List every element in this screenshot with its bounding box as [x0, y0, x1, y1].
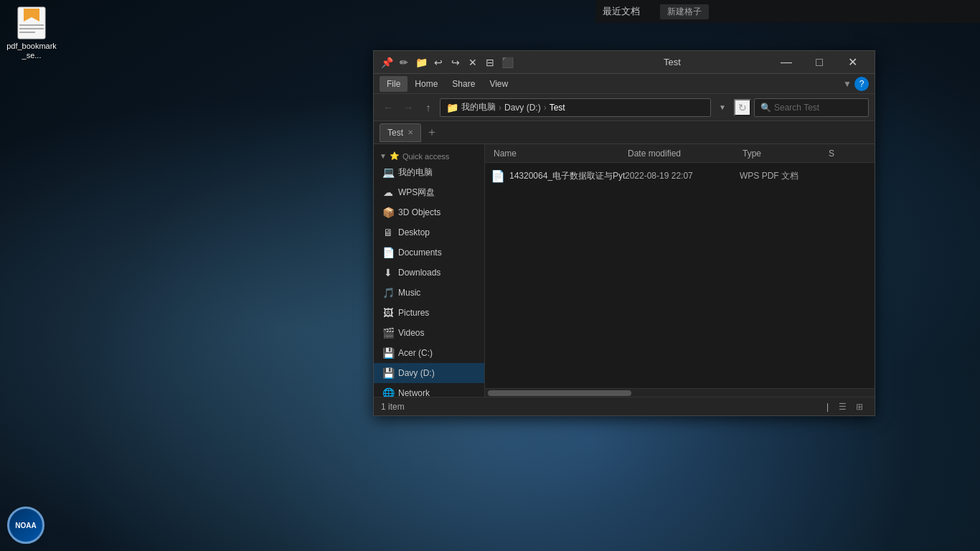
menu-home[interactable]: Home [407, 76, 445, 92]
new-grid-button[interactable]: 新建格子 [660, 4, 709, 19]
col-size-header[interactable]: S [826, 149, 869, 159]
sidebar-item-network[interactable]: 🌐 Network [374, 383, 484, 397]
delete-icon[interactable]: ✕ [466, 55, 480, 70]
sidebar-item-videos[interactable]: 🎬 Videos [374, 323, 484, 343]
grid-view-button[interactable]: ⊞ [852, 400, 867, 413]
svg-rect-3 [19, 32, 35, 33]
status-item-count: 1 item [381, 402, 821, 412]
address-bar: ← → ↑ 📁 我的电脑 › Davy (D:) › Test ▼ ↻ 🔍 Se… [374, 94, 875, 121]
window-title: Test [575, 57, 770, 67]
sidebar-item-3d-objects[interactable]: 📦 3D Objects [374, 202, 484, 222]
svg-rect-1 [19, 24, 44, 26]
svg-rect-2 [19, 28, 44, 29]
sidebar-item-my-computer[interactable]: 💻 我的电脑 [374, 162, 484, 182]
edit-icon[interactable]: ✏ [397, 55, 411, 70]
file-date-cell: 2022-08-19 22:07 [625, 171, 740, 181]
title-bar-icons: 📌 ✏ 📁 ↩ ↪ ✕ ⊟ ⬛ [380, 55, 575, 70]
file-list: 📄 14320064_电子数据取证与Python方法.... 2022-08-1… [485, 163, 875, 388]
breadcrumb-mypc[interactable]: 我的电脑 [461, 101, 496, 113]
redo-icon[interactable]: ↪ [448, 55, 463, 70]
list-view-button[interactable]: ☰ [834, 400, 850, 413]
sidebar-item-pictures[interactable]: 🖼 Pictures [374, 303, 484, 323]
sidebar-item-downloads[interactable]: ⬇ Downloads [374, 263, 484, 283]
horizontal-scrollbar[interactable] [485, 388, 875, 397]
tab-bar: Test ✕ ＋ [374, 121, 875, 144]
breadcrumb: 📁 我的电脑 › Davy (D:) › Test [440, 98, 711, 117]
noaa-badge: NOAA [7, 507, 44, 544]
back-button[interactable]: ← [380, 99, 397, 116]
file-type-cell: WPS PDF 文档 [740, 170, 826, 182]
wps-icon: ☁ [382, 187, 394, 198]
forward-button[interactable]: → [400, 99, 417, 116]
documents-icon: 📄 [382, 247, 394, 258]
help-button[interactable]: ? [854, 77, 869, 91]
sidebar: ▼ ⭐ Quick access 💻 我的电脑 ☁ WPS网盘 📦 3D Obj… [374, 144, 485, 397]
sidebar-item-wps[interactable]: ☁ WPS网盘 [374, 182, 484, 202]
pdf-bookmark-icon [14, 6, 49, 40]
sidebar-item-desktop[interactable]: 🖥 Desktop [374, 222, 484, 242]
music-icon: 🎵 [382, 287, 394, 298]
layout-icon[interactable]: ⊟ [483, 55, 497, 70]
file-area: Name Date modified Type S 📄 14320064_电子数… [485, 144, 875, 397]
sidebar-item-music[interactable]: 🎵 Music [374, 283, 484, 303]
my-computer-icon: 💻 [382, 166, 394, 178]
search-placeholder: Search Test [774, 103, 819, 113]
menu-view[interactable]: View [482, 76, 515, 92]
search-box[interactable]: 🔍 Search Test [754, 98, 869, 117]
scrollbar-thumb[interactable] [488, 390, 631, 396]
col-type-header[interactable]: Type [740, 149, 826, 159]
undo-icon[interactable]: ↩ [431, 55, 446, 70]
tab-test[interactable]: Test ✕ [380, 123, 421, 142]
content-area: ▼ ⭐ Quick access 💻 我的电脑 ☁ WPS网盘 📦 3D Obj… [374, 144, 875, 397]
sidebar-item-acer-c[interactable]: 💾 Acer (C:) [374, 343, 484, 363]
videos-icon: 🎬 [382, 327, 394, 339]
column-headers: Name Date modified Type S [485, 144, 875, 163]
status-bar: 1 item | ☰ ⊞ [374, 397, 875, 415]
file-name-cell: 📄 14320064_电子数据取证与Python方法.... [491, 169, 625, 183]
status-separator: | [826, 402, 829, 412]
desktop-icon-nav: 🖥 [382, 227, 394, 238]
breadcrumb-davy[interactable]: Davy (D:) [504, 103, 541, 113]
title-bar: 📌 ✏ 📁 ↩ ↪ ✕ ⊟ ⬛ Test — □ ✕ [374, 51, 875, 74]
top-bar: 最近文档 新建格子 [595, 0, 980, 23]
3d-objects-icon: 📦 [382, 207, 394, 218]
quick-access-icon: ⭐ [390, 151, 400, 161]
downloads-icon: ⬇ [382, 267, 394, 278]
col-name-header[interactable]: Name [491, 149, 625, 159]
network-icon: 🌐 [382, 387, 394, 397]
search-icon: 🔍 [760, 103, 771, 113]
minimize-button[interactable]: — [770, 51, 803, 74]
folder-icon[interactable]: 📁 [414, 55, 428, 70]
dropdown-button[interactable]: ▼ [714, 99, 731, 116]
pin-icon[interactable]: 📌 [380, 55, 394, 70]
davy-d-icon: 💾 [382, 367, 394, 379]
breadcrumb-test[interactable]: Test [550, 103, 565, 113]
sidebar-item-documents[interactable]: 📄 Documents [374, 242, 484, 263]
topbar-title: 最近文档 [603, 5, 640, 18]
menu-file[interactable]: File [380, 76, 407, 92]
maximize-button[interactable]: □ [803, 51, 836, 74]
desktop-icon-pdf-bookmark[interactable]: pdf_bookmark_se... [6, 6, 57, 60]
title-bar-controls: — □ ✕ [770, 51, 869, 74]
table-row[interactable]: 📄 14320064_电子数据取证与Python方法.... 2022-08-1… [485, 166, 875, 186]
pictures-icon: 🖼 [382, 307, 394, 319]
sidebar-item-davy-d[interactable]: 💾 Davy (D:) [374, 363, 484, 383]
expand-icon[interactable]: ⬛ [500, 55, 514, 70]
menu-bar: File Home Share View ▼ ? [374, 74, 875, 94]
acer-c-icon: 💾 [382, 347, 394, 359]
tab-close-button[interactable]: ✕ [407, 128, 413, 136]
menu-share[interactable]: Share [445, 76, 482, 92]
tab-label: Test [387, 128, 403, 138]
close-button[interactable]: ✕ [836, 51, 869, 74]
quick-access-header: ▼ ⭐ Quick access [374, 147, 484, 162]
view-toggle-buttons: ☰ ⊞ [834, 400, 867, 413]
refresh-button[interactable]: ↻ [734, 99, 751, 116]
expand-ribbon-icon[interactable]: ▼ [840, 77, 854, 91]
file-pdf-icon: 📄 [491, 169, 505, 183]
explorer-window: 📌 ✏ 📁 ↩ ↪ ✕ ⊟ ⬛ Test — □ ✕ File Home Sha… [373, 50, 875, 416]
col-modified-header[interactable]: Date modified [625, 149, 740, 159]
desktop-icon-label: pdf_bookmark_se... [6, 42, 57, 60]
up-button[interactable]: ↑ [420, 99, 437, 116]
tab-add-button[interactable]: ＋ [424, 125, 440, 141]
